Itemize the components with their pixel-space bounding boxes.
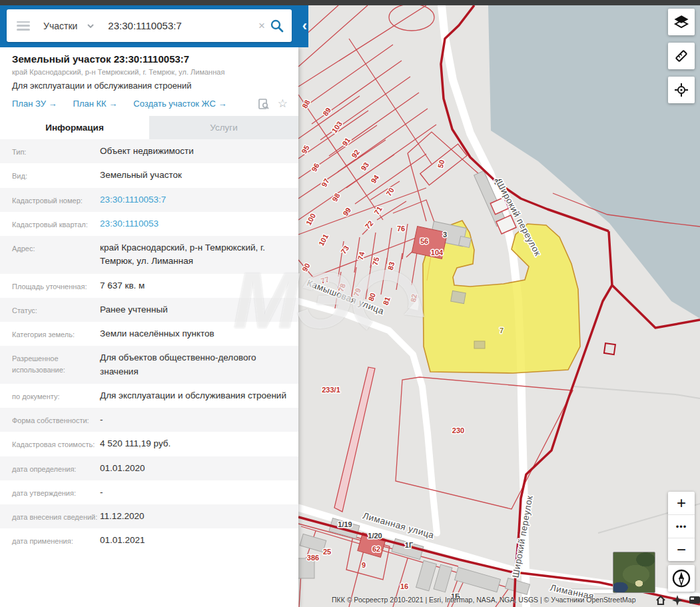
info-row-value-link[interactable]: 23:30:1110053:7: [100, 193, 166, 207]
info-row: Кадастровый квартал:23:30:1110053: [0, 212, 298, 236]
info-row-label: Кадастровый номер:: [12, 193, 100, 207]
info-row: Вид:Земельный участок: [0, 163, 298, 187]
info-row-value: Ранее учтенный: [100, 303, 168, 316]
info-row-value: 7 637 кв. м: [100, 279, 145, 293]
building: [451, 291, 466, 303]
info-row-value: -: [100, 413, 103, 426]
parcel-label: 1/19: [338, 520, 352, 528]
info-row: Площадь уточненная:7 637 кв. м: [0, 274, 298, 298]
parcel-label: 56: [420, 237, 428, 245]
info-row-value: Земельный участок: [100, 169, 182, 182]
screen-icon[interactable]: [689, 596, 700, 605]
parcel-label: 104: [431, 249, 444, 257]
info-row-label: Адрес:: [12, 241, 100, 269]
parcel-usage: Для эксплуатации и обслуживания строений: [12, 81, 288, 91]
menu-icon[interactable]: [17, 21, 30, 31]
parcel-label: 82: [409, 293, 418, 303]
info-row: Адрес:край Краснодарский, р-н Темрюкский…: [0, 236, 298, 274]
compass-icon: [671, 568, 691, 588]
search-input[interactable]: [107, 19, 236, 32]
info-row-label: Разрешенное использование:: [12, 351, 100, 378]
plan-link[interactable]: План ЗУ →: [12, 99, 57, 109]
info-row-value-link[interactable]: 23:30:1110053: [100, 217, 159, 231]
parcel-label: 386: [307, 554, 319, 562]
info-row: дата определения:01.01.2020: [0, 456, 298, 480]
panel-header: Земельный участок 23:30:1110053:7 край К…: [0, 47, 298, 113]
info-row-label: Тип:: [12, 145, 100, 158]
info-row: Категория земель:Земли населённых пункто…: [0, 322, 298, 346]
info-row-label: Кадастровая стоимость:: [12, 437, 100, 450]
plan-link[interactable]: План КК →: [73, 99, 118, 109]
plan-link[interactable]: Создать участок ЖС →: [133, 99, 226, 109]
parcel-label: 7: [500, 326, 504, 334]
info-row-value: -: [100, 486, 103, 499]
info-row-label: Площадь уточненная:: [12, 279, 100, 293]
locate-button[interactable]: [668, 77, 695, 103]
info-row-label: дата определения:: [12, 462, 100, 475]
favorite-star-icon[interactable]: ☆: [278, 97, 288, 111]
chevron-down-icon[interactable]: [87, 23, 95, 29]
info-row-value: 11.12.2020: [100, 510, 145, 523]
parcel-label: 1Г: [405, 541, 414, 549]
parcel-label: 233/1: [322, 386, 340, 394]
tab-services[interactable]: Услуги: [149, 116, 298, 139]
info-row: Кадастровый номер:23:30:1110053:7: [0, 188, 298, 212]
info-row-label: дата утверждения:: [12, 486, 100, 499]
crosshair-icon: [673, 82, 689, 98]
zoom-out-button[interactable]: −: [668, 538, 695, 561]
info-row-label: Вид:: [12, 169, 100, 182]
info-row-value: Для объектов общественно-делового значен…: [100, 351, 289, 378]
layers-button[interactable]: [668, 9, 695, 35]
preview-document-icon[interactable]: [258, 98, 270, 110]
info-table: Тип:Объект недвижимостиВид:Земельный уча…: [0, 139, 298, 553]
info-row-value: Земли населённых пунктов: [100, 327, 214, 340]
plan-links: План ЗУ →План КК →Создать участок ЖС →: [12, 99, 242, 109]
info-row: дата утверждения:-: [0, 480, 298, 504]
ruler-icon: [673, 48, 689, 64]
parcel-address-subtitle: край Краснодарский, р-н Темрюкский, г. Т…: [12, 68, 288, 76]
info-sidebar: Земельный участок 23:30:1110053:7 край К…: [0, 47, 298, 607]
layers-icon: [673, 14, 689, 30]
zoom-in-button[interactable]: +: [668, 492, 695, 515]
tab-bar: Информация Услуги: [0, 116, 298, 139]
compass-button[interactable]: [668, 565, 695, 592]
clear-search-icon[interactable]: ×: [256, 19, 268, 33]
search-icon[interactable]: [269, 18, 285, 34]
zoom-levels-button[interactable]: •••: [668, 515, 695, 538]
info-row: Статус:Ранее учтенный: [0, 298, 298, 322]
parcel-label: 25: [323, 548, 331, 556]
home-icon[interactable]: [655, 595, 666, 606]
search-category-select[interactable]: Участки: [43, 21, 77, 31]
info-row-value: 4 520 111,19 руб.: [100, 437, 171, 450]
parcel-label: 62: [372, 545, 380, 553]
browser-top-strip: [0, 0, 700, 5]
info-row-value: 01.01.2020: [100, 462, 145, 475]
zoom-controls: + ••• −: [668, 492, 695, 561]
pkk-app: 8889103919293949596979899100101707172767…: [0, 0, 700, 607]
parcel-label: 3: [443, 231, 447, 239]
info-row: Кадастровая стоимость:4 520 111,19 руб.: [0, 432, 298, 456]
tab-information[interactable]: Информация: [0, 116, 149, 139]
info-row: Форма собственности:-: [0, 408, 298, 432]
info-row: дата внесения сведений:11.12.2020: [0, 504, 298, 528]
search-box: Участки ×: [7, 9, 292, 42]
info-row-value: Для эксплуатации и обслуживания строений: [100, 389, 286, 402]
plan-links-row: План ЗУ →План КК →Создать участок ЖС → ☆: [12, 97, 288, 111]
parcel-label: 9: [362, 561, 366, 569]
info-row-value: край Краснодарский, р-н Темрюкский, г. Т…: [100, 241, 289, 269]
info-row-value: 01.01.2021: [100, 534, 145, 547]
info-row-label: по документу:: [12, 389, 100, 402]
info-row-label: Кадастровый квартал:: [12, 217, 100, 231]
info-row: по документу:Для эксплуатации и обслужив…: [0, 384, 298, 408]
overview-minimap[interactable]: [613, 552, 655, 593]
info-row: Тип:Объект недвижимости: [0, 139, 298, 163]
measure-button[interactable]: [668, 43, 695, 69]
info-row-value: Объект недвижимости: [100, 145, 194, 158]
building: [474, 341, 485, 348]
info-row-label: Категория земель:: [12, 327, 100, 340]
info-row-label: Форма собственности:: [12, 413, 100, 426]
collapse-panel-button[interactable]: ‹: [302, 19, 307, 33]
navigate-icon[interactable]: [672, 595, 683, 606]
search-header: Участки × ‹: [0, 5, 308, 47]
info-row-label: дата внесения сведений:: [12, 510, 100, 523]
